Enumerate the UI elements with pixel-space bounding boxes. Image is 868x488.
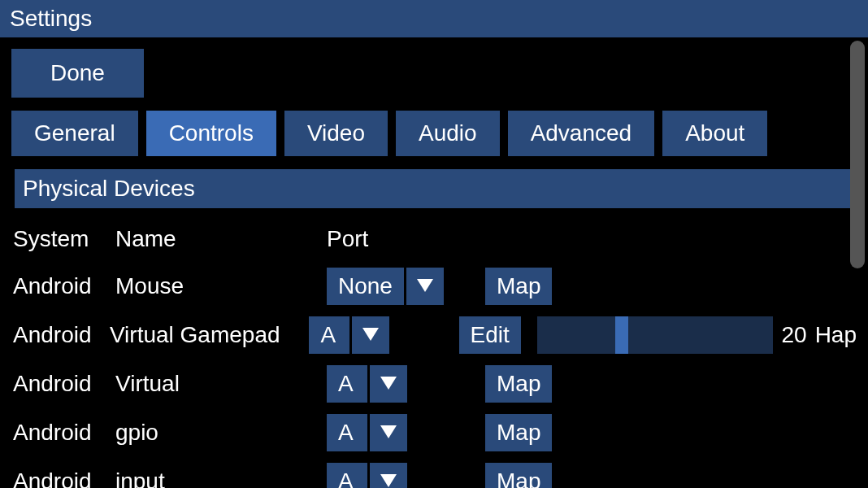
- port-dropdown[interactable]: A: [327, 414, 407, 451]
- device-name: Virtual: [115, 371, 327, 397]
- chevron-down-icon: [380, 474, 397, 488]
- svg-marker-3: [380, 425, 397, 438]
- page-title: Settings: [10, 6, 92, 32]
- tab-advanced[interactable]: Advanced: [508, 111, 655, 156]
- port-dropdown-arrow: [370, 463, 407, 488]
- device-row: AndroidinputAMap: [11, 457, 857, 488]
- haptic-slider-thumb[interactable]: [615, 316, 628, 354]
- chevron-down-icon: [380, 377, 397, 391]
- device-name: Virtual Gamepad: [110, 322, 309, 348]
- device-name: gpio: [115, 420, 327, 446]
- column-header-system: System: [11, 226, 115, 252]
- device-row: AndroidgpioAMap: [11, 408, 857, 457]
- device-row: AndroidVirtualAMap: [11, 359, 857, 408]
- map-button[interactable]: Map: [485, 414, 552, 451]
- port-dropdown-arrow: [406, 268, 444, 305]
- chevron-down-icon: [380, 425, 397, 440]
- device-row: AndroidMouseNoneMap: [11, 262, 857, 311]
- tab-general[interactable]: General: [11, 111, 138, 156]
- port-dropdown-value: None: [327, 268, 404, 305]
- tab-about[interactable]: About: [662, 111, 767, 156]
- map-button[interactable]: Map: [485, 268, 552, 305]
- tab-audio[interactable]: Audio: [396, 111, 500, 156]
- tab-controls[interactable]: Controls: [146, 111, 276, 156]
- map-button[interactable]: Map: [485, 365, 552, 403]
- device-system: Android: [11, 322, 110, 348]
- haptic-label: Hap: [815, 322, 857, 348]
- device-table: System Name Port AndroidMouseNoneMapAndr…: [11, 216, 857, 488]
- port-dropdown[interactable]: A: [327, 365, 407, 403]
- svg-marker-2: [380, 377, 397, 390]
- port-dropdown-value: A: [309, 316, 349, 354]
- done-button[interactable]: Done: [11, 49, 144, 98]
- scrollbar-thumb[interactable]: [850, 41, 865, 268]
- haptic-slider[interactable]: [537, 316, 773, 354]
- map-button[interactable]: Map: [485, 463, 552, 488]
- device-system: Android: [11, 371, 115, 397]
- svg-marker-1: [362, 328, 379, 341]
- edit-button[interactable]: Edit: [459, 316, 521, 354]
- chevron-down-icon: [417, 279, 433, 294]
- svg-marker-4: [380, 474, 397, 487]
- device-system: Android: [11, 468, 115, 488]
- port-dropdown-value: A: [327, 463, 367, 488]
- haptic-slider-value: 20: [781, 322, 806, 348]
- table-header-row: System Name Port: [11, 216, 857, 262]
- port-dropdown-arrow: [352, 316, 389, 354]
- chevron-down-icon: [362, 328, 379, 342]
- port-dropdown-arrow: [370, 414, 407, 451]
- port-dropdown-arrow: [370, 365, 407, 403]
- tab-video[interactable]: Video: [284, 111, 388, 156]
- title-bar: Settings: [0, 0, 868, 37]
- device-system: Android: [11, 273, 115, 299]
- port-dropdown[interactable]: A: [327, 463, 407, 488]
- device-name: input: [115, 468, 327, 488]
- column-header-port: Port: [327, 226, 485, 252]
- port-dropdown-value: A: [327, 365, 367, 403]
- svg-marker-0: [417, 279, 433, 292]
- device-name: Mouse: [115, 273, 327, 299]
- column-header-name: Name: [115, 226, 327, 252]
- section-header-physical-devices: Physical Devices: [15, 169, 853, 208]
- device-system: Android: [11, 420, 115, 446]
- tabs: GeneralControlsVideoAudioAdvancedAbout: [11, 111, 857, 156]
- device-row: AndroidVirtual GamepadAEdit20Hap: [11, 311, 857, 359]
- port-dropdown[interactable]: A: [309, 316, 389, 354]
- port-dropdown[interactable]: None: [327, 268, 444, 305]
- port-dropdown-value: A: [327, 414, 367, 451]
